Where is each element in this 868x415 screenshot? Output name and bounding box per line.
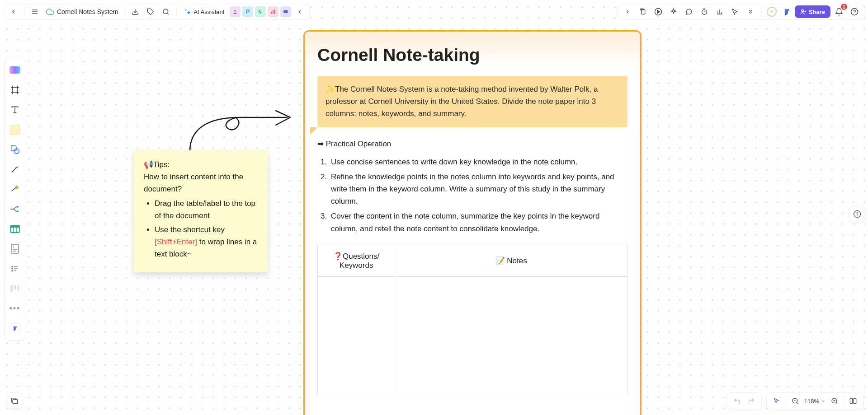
list-tool[interactable] xyxy=(7,261,23,277)
pen-tool[interactable] xyxy=(7,181,23,197)
back-button[interactable] xyxy=(7,5,20,19)
document-tool[interactable]: T xyxy=(7,241,23,257)
info-circle-icon xyxy=(853,210,861,218)
info-float-button[interactable] xyxy=(849,206,865,222)
boardmix-logo-icon xyxy=(782,7,791,16)
shape-tool[interactable] xyxy=(7,141,23,158)
svg-rect-68 xyxy=(850,399,852,404)
play-button[interactable] xyxy=(651,5,665,19)
svg-line-5 xyxy=(167,13,169,14)
cursor-button[interactable] xyxy=(728,5,742,19)
redo-button[interactable] xyxy=(744,394,759,408)
clipboard-button[interactable] xyxy=(636,5,650,19)
comment-button[interactable] xyxy=(682,5,696,19)
svg-point-15 xyxy=(702,9,707,14)
share-button[interactable]: Share xyxy=(795,5,830,18)
svg-point-37 xyxy=(17,210,19,212)
badge-person[interactable] xyxy=(230,6,241,17)
ai-assistant-label: AI Assistant xyxy=(193,9,224,15)
notifications-button[interactable]: 1 xyxy=(832,5,846,19)
undo-button[interactable] xyxy=(730,394,744,408)
main-document-card[interactable]: Cornell Note-taking ✨The Cornell Notes S… xyxy=(303,30,642,415)
upgrade-ring-icon xyxy=(767,7,777,17)
sticky-note-tool[interactable] xyxy=(7,121,23,138)
kanban-tool[interactable] xyxy=(7,280,23,297)
bar-chart-icon xyxy=(716,8,723,15)
table-tool[interactable] xyxy=(7,221,23,237)
expand-right-button[interactable] xyxy=(621,5,634,19)
table-cell-questions[interactable] xyxy=(318,276,395,394)
download-button[interactable] xyxy=(128,5,142,19)
text-tool[interactable] xyxy=(7,102,23,118)
list-icon xyxy=(10,265,19,273)
svg-rect-39 xyxy=(10,225,19,228)
document-title[interactable]: Cornell Notes System xyxy=(43,8,121,16)
timer-button[interactable] xyxy=(698,5,711,19)
table-header-questions[interactable]: ❓Questions/ Keywords xyxy=(318,245,395,276)
spark-button[interactable] xyxy=(667,5,680,19)
table-header-notes[interactable]: 📝 Notes xyxy=(395,245,627,276)
svg-rect-60 xyxy=(13,400,18,404)
table-cell-notes[interactable] xyxy=(395,276,627,394)
svg-rect-10 xyxy=(284,10,288,13)
redo-icon xyxy=(748,397,755,405)
step-1: Use concise sentences to write down key … xyxy=(329,156,627,168)
badge-chart[interactable] xyxy=(268,6,278,17)
boardmix-tool[interactable] xyxy=(7,320,23,336)
person-badge-icon xyxy=(232,9,238,14)
tag-button[interactable] xyxy=(144,5,157,19)
pointer-mode-button[interactable] xyxy=(769,394,784,408)
svg-point-48 xyxy=(12,268,13,269)
minimap-button[interactable] xyxy=(846,394,860,408)
zoom-in-button[interactable] xyxy=(827,394,842,408)
cornell-table[interactable]: ❓Questions/ Keywords 📝 Notes xyxy=(317,245,627,394)
svg-marker-14 xyxy=(657,10,660,13)
flow-badge-icon xyxy=(257,9,264,15)
more-tools[interactable]: ••• xyxy=(7,300,23,317)
svg-text:T: T xyxy=(13,245,15,248)
menu-button[interactable] xyxy=(28,5,42,19)
search-button[interactable] xyxy=(159,5,173,19)
connector-tool[interactable] xyxy=(7,161,23,177)
frame-tool[interactable] xyxy=(7,82,23,98)
vote-button[interactable] xyxy=(713,5,726,19)
left-toolbox: T ••• xyxy=(5,58,25,340)
badge-chat[interactable] xyxy=(280,6,291,17)
notification-count: 1 xyxy=(841,4,847,10)
kanban-icon xyxy=(10,284,20,293)
collapse-left-button[interactable] xyxy=(293,5,307,19)
tips-sticky-note[interactable]: 📢Tips: How to insert content into the do… xyxy=(134,150,268,272)
chart-badge-icon xyxy=(270,9,276,14)
tag-icon xyxy=(147,8,154,15)
zoom-percent[interactable]: 118% xyxy=(802,398,827,405)
document-content: Cornell Note-taking ✨The Cornell Notes S… xyxy=(317,45,627,394)
zoom-out-button[interactable] xyxy=(788,394,802,408)
more-collapse-button[interactable] xyxy=(744,5,757,19)
svg-point-46 xyxy=(12,266,13,267)
svg-rect-8 xyxy=(273,10,274,14)
templates-tool[interactable] xyxy=(7,62,23,78)
layers-button[interactable] xyxy=(6,392,23,409)
svg-rect-52 xyxy=(10,285,13,292)
hamburger-icon xyxy=(31,8,38,15)
steps-list: Use concise sentences to write down key … xyxy=(317,156,627,235)
ai-assistant-button[interactable]: AI Assistant xyxy=(180,5,228,19)
section-label: ➡ Practical Operation xyxy=(317,139,627,149)
cloud-sync-icon xyxy=(46,8,54,16)
badge-flow[interactable] xyxy=(255,6,266,17)
zoom-out-icon xyxy=(792,397,799,405)
chevron-right-small-icon xyxy=(624,9,631,15)
badge-p[interactable]: P xyxy=(242,6,253,17)
logo-button[interactable] xyxy=(780,5,793,19)
help-button[interactable] xyxy=(848,5,861,19)
layers-icon xyxy=(10,396,19,405)
timer-icon xyxy=(701,8,708,15)
sticky-bullets: Drag the table/label to the top of the d… xyxy=(144,197,258,261)
comment-icon xyxy=(685,8,693,15)
mindmap-tool[interactable] xyxy=(7,201,23,217)
share-label: Share xyxy=(809,9,825,15)
svg-rect-34 xyxy=(11,146,16,151)
svg-point-4 xyxy=(163,9,168,14)
share-person-icon xyxy=(800,9,807,15)
upgrade-button[interactable] xyxy=(765,5,778,19)
